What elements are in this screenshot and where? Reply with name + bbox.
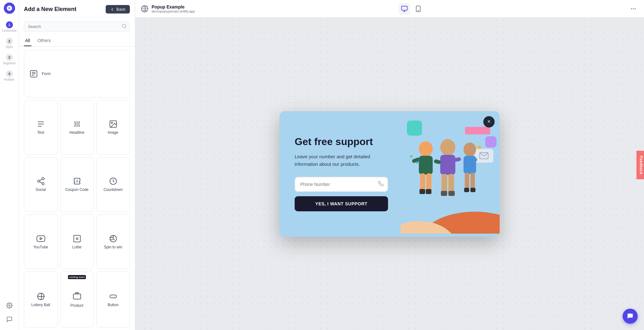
element-headline[interactable]: Headline [60, 100, 94, 154]
svg-point-26 [631, 8, 632, 9]
popup-close-button[interactable]: × [483, 116, 495, 127]
element-form[interactable]: Form [24, 50, 130, 97]
sidebar-nav: 1 Customize 2 Style 3 Segment 4 Publish [0, 0, 19, 330]
svg-rect-50 [434, 159, 441, 164]
svg-point-1 [122, 24, 126, 28]
popup-left-content: Get free support Leave your number and g… [280, 111, 401, 234]
sidebar-step-publish[interactable]: 4 Publish [0, 68, 19, 84]
svg-rect-31 [419, 156, 433, 175]
add-element-panel: Add a New Element Back All Others Form T… [19, 0, 135, 330]
feedback-tab[interactable]: Feedback [636, 151, 644, 179]
canvas-content[interactable]: × Get free support Leave your number and… [135, 18, 644, 330]
app-logo[interactable] [4, 3, 15, 14]
svg-rect-37 [440, 155, 455, 175]
tablet-icon [415, 5, 422, 12]
element-image[interactable]: Image [96, 100, 130, 154]
element-button[interactable]: Button [96, 272, 130, 327]
element-youtube[interactable]: YouTube [24, 214, 58, 269]
popup-phone-input[interactable] [295, 177, 388, 192]
chat-icon-button[interactable] [4, 314, 15, 325]
element-lottery-ball[interactable]: Lottery Ball [24, 272, 58, 327]
svg-point-42 [464, 143, 476, 156]
coming-soon-badge-wrap: coming soon [68, 274, 86, 279]
product-icon-wrap [73, 291, 81, 300]
popup-input-wrap [295, 177, 388, 192]
panel-title: Add a New Element [24, 6, 76, 13]
social-icon [36, 177, 45, 186]
search-bar [24, 21, 130, 32]
element-lottie[interactable]: Lottie [60, 214, 94, 269]
countdown-icon [109, 177, 118, 186]
tablet-view-button[interactable] [413, 3, 424, 14]
svg-point-28 [635, 8, 636, 9]
svg-rect-46 [464, 188, 469, 192]
chat-bubble-button[interactable] [623, 309, 638, 324]
back-button[interactable]: Back [106, 5, 130, 14]
search-input[interactable] [24, 21, 130, 32]
svg-point-36 [440, 139, 455, 155]
settings-button[interactable] [4, 300, 15, 311]
element-countdown[interactable]: Countdown [96, 157, 130, 212]
element-product[interactable]: coming soon Product [60, 272, 94, 327]
tab-others[interactable]: Others [36, 35, 52, 46]
svg-point-25 [418, 10, 419, 11]
svg-rect-41 [448, 191, 455, 196]
hills-area [401, 202, 500, 234]
popup-inner: Get free support Leave your number and g… [280, 111, 500, 234]
svg-rect-34 [419, 189, 425, 194]
svg-rect-23 [402, 6, 407, 10]
element-social[interactable]: Social [24, 157, 58, 212]
element-coupon-code[interactable]: Coupon Code [60, 157, 94, 212]
youtube-icon [36, 234, 45, 243]
popup-description: Leave your number and get detailed infor… [295, 153, 388, 168]
dot-blue [416, 161, 418, 163]
coming-soon-badge: coming soon [68, 275, 86, 279]
svg-rect-20 [73, 294, 80, 299]
hills-svg [401, 202, 500, 234]
phone-icon [378, 181, 384, 188]
svg-line-13 [40, 179, 42, 181]
element-text[interactable]: Text [24, 100, 58, 154]
canvas-area: Popup Example demopopupsmart.netlify.app… [135, 0, 644, 330]
svg-rect-21 [110, 295, 116, 298]
element-tabs: All Others [19, 35, 135, 46]
svg-rect-35 [426, 189, 431, 194]
svg-point-11 [42, 183, 44, 185]
element-spin-to-win[interactable]: Spin to win [96, 214, 130, 269]
site-info: Popup Example demopopupsmart.netlify.app [152, 4, 195, 13]
text-icon [36, 120, 45, 128]
svg-point-10 [37, 180, 40, 182]
headline-icon [73, 120, 81, 128]
desktop-view-button[interactable] [399, 3, 410, 14]
more-icon [630, 6, 636, 12]
float-purple-box [485, 136, 497, 148]
sidebar-step-customize[interactable]: 1 Customize [0, 19, 19, 35]
svg-rect-47 [470, 188, 475, 192]
svg-line-2 [125, 27, 126, 28]
toolbar-left: Popup Example demopopupsmart.netlify.app [140, 4, 195, 13]
popup-right-illustration [401, 111, 500, 234]
sidebar-step-style[interactable]: 2 Style [0, 35, 19, 51]
step-num-4: 4 [6, 70, 13, 77]
dot-yellow [478, 146, 481, 149]
toolbar-center [399, 3, 424, 14]
sidebar-step-segment[interactable]: 3 Segment [0, 51, 19, 68]
popup-heading: Get free support [295, 136, 388, 148]
elements-grid: Form Text Headline Image Social Coupon C… [19, 48, 135, 330]
svg-point-0 [8, 305, 10, 306]
globe-icon [140, 4, 149, 13]
popup-submit-button[interactable]: YES, I WANT SUPPORT [295, 196, 388, 211]
image-icon [109, 120, 118, 128]
toolbar-right [628, 3, 639, 14]
panel-header: Add a New Element Back [19, 0, 135, 18]
svg-point-8 [111, 122, 113, 123]
product-icon [73, 291, 81, 300]
sidebar-bottom [4, 300, 15, 330]
chat-bubble-icon [627, 313, 634, 320]
button-icon [109, 292, 118, 301]
tab-all[interactable]: All [24, 35, 31, 46]
lottie-icon [73, 234, 81, 243]
form-icon [29, 69, 38, 78]
svg-marker-16 [40, 237, 42, 240]
more-options-button[interactable] [628, 3, 639, 14]
